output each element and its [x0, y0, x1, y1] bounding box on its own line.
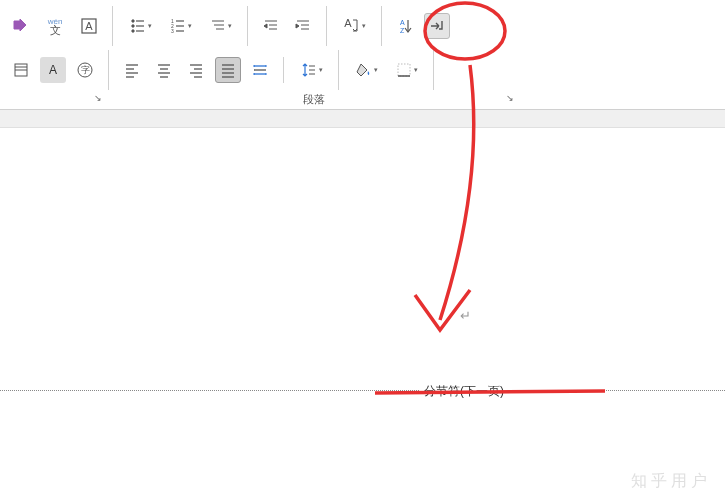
- font-dialog-launcher-icon[interactable]: ↘: [92, 93, 104, 105]
- text-direction-button[interactable]: A▾: [337, 13, 371, 39]
- group-font: ↘: [0, 92, 108, 107]
- ribbon-group-labels: ↘ 段落↘: [0, 92, 725, 109]
- ribbon-row-1: wén文 A ▾ 123▾ ▾ A▾ AZ: [0, 4, 725, 48]
- align-center-button[interactable]: [151, 57, 177, 83]
- document-area[interactable]: ↵ 分节符(下一页): [0, 128, 725, 500]
- multilevel-list-button[interactable]: ▾: [203, 13, 237, 39]
- svg-text:A: A: [400, 19, 405, 26]
- align-justify-button[interactable]: [215, 57, 241, 83]
- increase-indent-button[interactable]: [290, 13, 316, 39]
- sort-button[interactable]: AZ: [392, 13, 418, 39]
- svg-text:3: 3: [171, 28, 174, 34]
- group-paragraph: 段落↘: [108, 92, 520, 107]
- text-highlight-button[interactable]: A: [40, 57, 66, 83]
- sub-ribbon: [0, 110, 725, 128]
- svg-text:Z: Z: [400, 27, 405, 34]
- section-break-line: [0, 390, 725, 391]
- svg-text:A: A: [344, 17, 352, 29]
- bullets-button[interactable]: ▾: [123, 13, 157, 39]
- watermark: 知乎用户: [631, 471, 711, 492]
- svg-point-4: [131, 25, 133, 27]
- align-right-button[interactable]: [183, 57, 209, 83]
- svg-point-2: [131, 20, 133, 22]
- svg-text:字: 字: [81, 65, 90, 75]
- align-distributed-button[interactable]: [247, 57, 273, 83]
- paragraph-mark-icon: ↵: [460, 308, 471, 323]
- shading-button[interactable]: ▾: [349, 57, 383, 83]
- svg-rect-55: [398, 64, 410, 76]
- section-break-label: 分节符(下一页): [420, 383, 508, 400]
- svg-point-6: [131, 30, 133, 32]
- decrease-indent-button[interactable]: [258, 13, 284, 39]
- enclose-characters-button[interactable]: 字: [72, 57, 98, 83]
- character-border-button[interactable]: A: [76, 13, 102, 39]
- align-left-button[interactable]: [119, 57, 145, 83]
- svg-text:A: A: [49, 63, 57, 77]
- show-hide-marks-button[interactable]: [424, 13, 450, 39]
- clear-formatting-icon[interactable]: [8, 13, 34, 39]
- character-shading-icon[interactable]: [8, 57, 34, 83]
- phonetic-guide-button[interactable]: wén文: [40, 13, 70, 39]
- line-spacing-button[interactable]: ▾: [294, 57, 328, 83]
- svg-text:A: A: [85, 20, 93, 32]
- paragraph-dialog-launcher-icon[interactable]: ↘: [504, 93, 516, 105]
- ribbon: wén文 A ▾ 123▾ ▾ A▾ AZ A 字 ▾ ▾ ▾ ↘ 段落↘: [0, 0, 725, 110]
- borders-button[interactable]: ▾: [389, 57, 423, 83]
- numbering-button[interactable]: 123▾: [163, 13, 197, 39]
- ribbon-row-2: A 字 ▾ ▾ ▾: [0, 48, 725, 92]
